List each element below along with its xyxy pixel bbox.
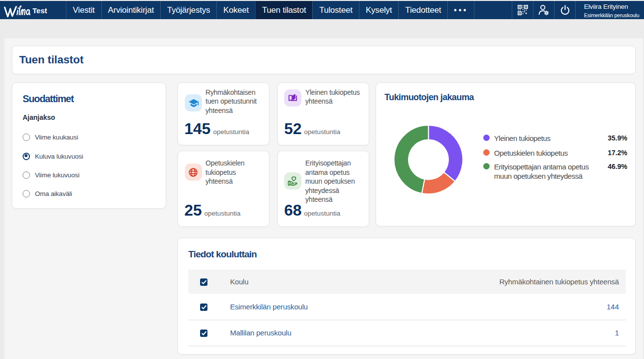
svg-text:Test: Test [32, 6, 47, 15]
